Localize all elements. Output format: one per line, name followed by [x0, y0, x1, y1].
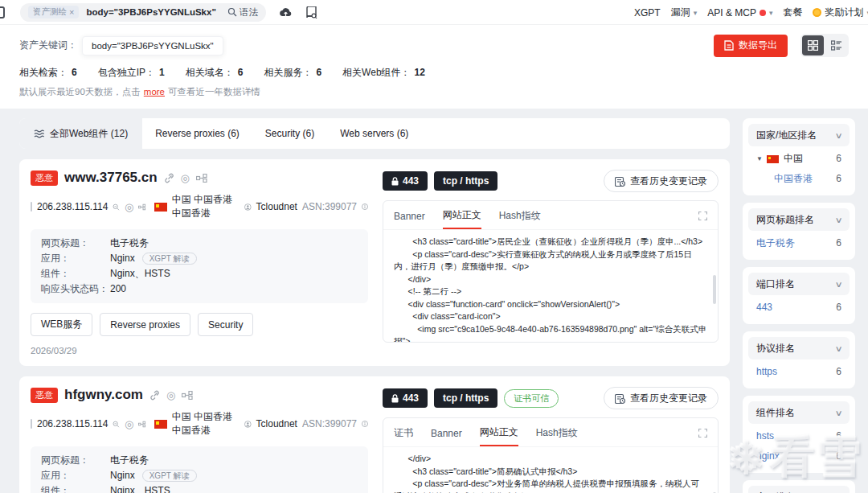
history-icon — [615, 393, 625, 404]
tab-all-web-components[interactable]: 全部Web组件 (12) — [19, 118, 142, 149]
china-flag-icon — [767, 155, 779, 163]
code-viewport[interactable]: <h3 class="card-title">居民企业（查账征收）企业所得税月（… — [383, 229, 718, 342]
list-view-icon[interactable] — [825, 35, 847, 55]
protocol-badge[interactable]: tcp / https — [434, 388, 497, 408]
more-link[interactable]: more — [144, 87, 165, 97]
rank-row[interactable]: 中国香港 6 — [751, 169, 847, 189]
panel-tab-hash[interactable]: Hash指纹 — [536, 426, 578, 446]
country-rank-panel: 国家/地区排名 ∨ ▼ 中国 6 — [743, 118, 855, 195]
org-name[interactable]: Tcloudnet — [256, 418, 297, 429]
org-name[interactable]: Tcloudnet — [256, 201, 297, 212]
info-icon[interactable] — [362, 419, 368, 429]
target-icon[interactable]: ◎ — [125, 419, 133, 429]
panel-header[interactable]: 应用排名 ∨ — [748, 486, 850, 493]
xgpt-explain-badge[interactable]: XGPT 解读 — [142, 470, 197, 482]
medal-icon — [813, 8, 821, 17]
components-icon — [34, 129, 44, 138]
graph-icon[interactable] — [196, 174, 207, 183]
data-export-button[interactable]: 数据导出 — [714, 35, 788, 57]
stat-item: 相关服务：6 — [264, 66, 321, 80]
tab-security[interactable]: Security (6) — [252, 128, 327, 139]
asn-number[interactable]: ASN:399077 — [302, 418, 357, 429]
lock-icon — [391, 177, 399, 186]
history-button[interactable]: 查看历史变更记录 — [604, 170, 719, 192]
panel-header[interactable]: 端口排名 ∨ — [748, 273, 850, 295]
xgpt-explain-badge[interactable]: XGPT 解读 — [142, 253, 197, 265]
panel-tab-hash[interactable]: Hash指纹 — [499, 209, 541, 228]
expand-icon[interactable] — [698, 429, 707, 443]
tag-close-icon[interactable]: × — [69, 7, 74, 17]
target-icon[interactable]: ◎ — [181, 173, 190, 183]
ip-address[interactable]: 206.238.115.114 — [37, 201, 108, 212]
asn-number[interactable]: ASN:399077 — [302, 201, 357, 212]
panel-header[interactable]: 网页标题排名 ∨ — [748, 208, 850, 231]
nav-item[interactable]: 奖励计划 ▾ — [813, 6, 868, 19]
title-rank-panel: 网页标题排名 ∨ 电子税务 6 — [743, 203, 855, 260]
grid-view-icon[interactable] — [802, 35, 824, 55]
graph-icon[interactable] — [138, 420, 145, 429]
scrollbar-thumb[interactable] — [713, 275, 716, 304]
summary-section: 资产关键词： body="3PBJ6PsYYGNLuSkx" 数据导出 相关检索… — [0, 25, 868, 109]
history-icon — [615, 176, 625, 187]
search-plus-icon[interactable] — [113, 202, 120, 212]
search-plus-icon[interactable] — [113, 419, 120, 429]
graph-icon[interactable] — [182, 391, 193, 400]
cert-trusted-badge[interactable]: 证书可信 — [504, 389, 559, 408]
panel-header[interactable]: 协议排名 ∨ — [748, 337, 850, 359]
site-title[interactable]: www.37765.cn — [64, 170, 158, 186]
panel-tab-webbody[interactable]: 网站正文 — [480, 425, 518, 446]
web-body-code: </div> <h3 class="card-title">简易确认式申报</h… — [394, 453, 707, 493]
field-row: 网页标题： 电子税务 — [41, 236, 358, 251]
nav-item[interactable]: API & MCP ▾ — [707, 7, 772, 18]
rank-row[interactable]: nginx 6 — [751, 446, 847, 466]
service-tag-button[interactable]: Reverse proxies — [100, 313, 190, 336]
port-badge[interactable]: 443 — [383, 388, 428, 408]
book-search-icon[interactable] — [305, 6, 318, 18]
ranking-sidebar: 国家/地区排名 ∨ ▼ 中国 6 — [743, 118, 855, 493]
hot-dot-icon — [760, 10, 766, 16]
tree-caret-icon[interactable]: ▼ — [756, 149, 763, 169]
site-title[interactable]: hfgwny.com — [64, 387, 143, 403]
org-icon — [244, 202, 252, 212]
panel-header[interactable]: 国家/地区排名 ∨ — [748, 124, 850, 146]
component-tabs: 全部Web组件 (12) Reverse proxies (6) Securit… — [19, 118, 730, 149]
rank-row[interactable]: 443 6 — [751, 298, 847, 318]
field-row: 应用： Nginx XGPT 解读 — [41, 468, 358, 483]
rank-row[interactable]: hsts 6 — [751, 426, 847, 446]
search-input[interactable]: 资产测绘 × body="3PBJ6PsYYGNLuSkx" 语法 — [20, 3, 266, 22]
panel-header[interactable]: 组件排名 ∨ — [748, 401, 850, 424]
rank-row[interactable]: https 6 — [751, 362, 847, 382]
service-tag-button[interactable]: Security — [198, 313, 253, 336]
port-badge[interactable]: 443 — [383, 171, 428, 191]
history-button[interactable]: 查看历史变更记录 — [604, 387, 719, 409]
expand-icon[interactable] — [698, 212, 707, 226]
panel-tab-cert[interactable]: 证书 — [394, 426, 413, 446]
search-query-text[interactable]: body="3PBJ6PsYYGNLuSkx" — [86, 7, 215, 17]
tab-web-servers[interactable]: Web servers (6) — [327, 128, 421, 139]
asset-survey-tag[interactable]: 资产测绘 × — [28, 6, 79, 18]
link-icon[interactable] — [149, 390, 160, 401]
syntax-button[interactable]: 语法 — [227, 6, 258, 18]
field-row: 组件： Nginx、HSTS — [41, 483, 358, 493]
panel-tab-banner[interactable]: Banner — [431, 428, 462, 445]
graph-icon[interactable] — [138, 203, 145, 212]
nav-item[interactable]: 套餐 — [783, 6, 802, 19]
ip-address[interactable]: 206.238.115.114 — [37, 418, 108, 429]
service-tag-button[interactable]: WEB服务 — [31, 313, 92, 336]
tab-reverse-proxies[interactable]: Reverse proxies (6) — [142, 128, 252, 139]
nav-item[interactable]: XGPT — [634, 7, 661, 18]
keyword-value-box[interactable]: body="3PBJ6PsYYGNLuSkx" — [82, 36, 223, 55]
link-icon[interactable] — [164, 173, 174, 183]
target-icon[interactable]: ◎ — [166, 390, 175, 401]
cloud-upload-icon[interactable] — [279, 6, 293, 18]
code-viewport[interactable]: </div> <h3 class="card-title">简易确认式申报</h… — [383, 446, 718, 493]
service-tags: WEB服务Reverse proxiesSecurity — [31, 313, 368, 336]
panel-tab-webbody[interactable]: 网站正文 — [443, 208, 481, 229]
protocol-badge[interactable]: tcp / https — [434, 171, 497, 191]
info-icon[interactable] — [362, 202, 368, 212]
rank-row[interactable]: 电子税务 6 — [751, 233, 847, 253]
target-icon[interactable]: ◎ — [125, 202, 133, 212]
panel-tab-banner[interactable]: Banner — [394, 211, 425, 228]
nav-item[interactable]: 漏洞 ▾ — [671, 6, 698, 19]
rank-row[interactable]: ▼ 中国 6 — [751, 149, 847, 169]
